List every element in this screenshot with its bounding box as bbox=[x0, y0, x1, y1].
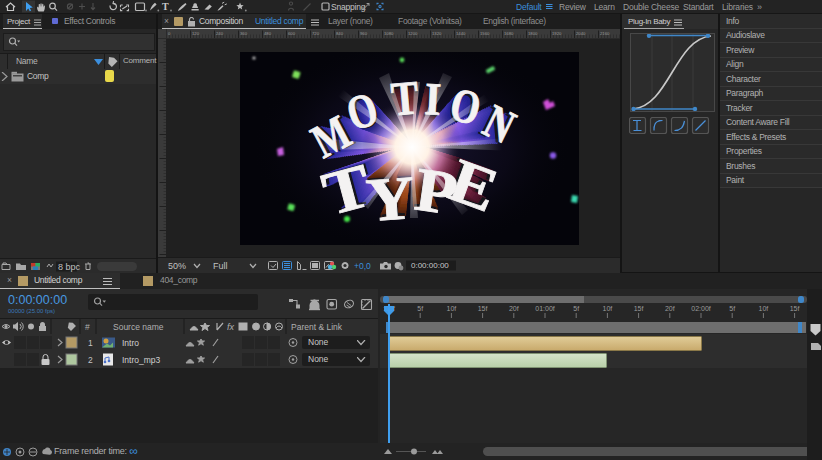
svg-text:360: 360 bbox=[240, 31, 248, 36]
svg-text:15f: 15f bbox=[634, 305, 644, 312]
svg-text:840: 840 bbox=[336, 31, 344, 36]
svg-text:+0,0: +0,0 bbox=[354, 261, 371, 271]
svg-text:fx: fx bbox=[227, 322, 235, 332]
svg-text:Full: Full bbox=[213, 261, 228, 271]
svg-text:5f: 5f bbox=[573, 305, 579, 312]
svg-text:10f: 10f bbox=[603, 305, 613, 312]
svg-text:Review: Review bbox=[559, 2, 587, 12]
svg-text:»: » bbox=[757, 2, 762, 12]
svg-text:1920: 1920 bbox=[552, 31, 562, 36]
svg-text:Double Cheese: Double Cheese bbox=[623, 2, 679, 12]
svg-text:Default: Default bbox=[516, 2, 542, 12]
svg-text:20f: 20f bbox=[509, 305, 519, 312]
svg-text:1440: 1440 bbox=[456, 31, 466, 36]
svg-text:02:00f: 02:00f bbox=[691, 305, 711, 312]
svg-text:Libraries: Libraries bbox=[722, 2, 753, 12]
svg-text:50%: 50% bbox=[168, 261, 186, 271]
svg-text:Y: Y bbox=[364, 163, 417, 234]
svg-text:I: I bbox=[423, 73, 442, 124]
svg-text:600: 600 bbox=[288, 31, 296, 36]
svg-text:1080: 1080 bbox=[384, 31, 394, 36]
svg-text:#: # bbox=[85, 322, 90, 332]
svg-text:Source name: Source name bbox=[113, 322, 164, 332]
svg-text:2: 2 bbox=[88, 355, 93, 365]
svg-text:1680: 1680 bbox=[504, 31, 514, 36]
svg-text:1800: 1800 bbox=[528, 31, 538, 36]
svg-text:Intro: Intro bbox=[122, 338, 139, 348]
svg-text:480: 480 bbox=[264, 31, 272, 36]
svg-text:720: 720 bbox=[312, 31, 320, 36]
svg-text:2040: 2040 bbox=[576, 31, 586, 36]
svg-text:1320: 1320 bbox=[432, 31, 442, 36]
svg-text:Intro_mp3: Intro_mp3 bbox=[122, 355, 161, 365]
svg-text:T: T bbox=[162, 1, 169, 12]
svg-text:Standart: Standart bbox=[683, 2, 714, 12]
svg-text:1560: 1560 bbox=[480, 31, 490, 36]
svg-text:Learn: Learn bbox=[594, 2, 615, 12]
svg-text:Parent & Link: Parent & Link bbox=[291, 322, 343, 332]
svg-text:1: 1 bbox=[88, 338, 93, 348]
svg-text:5f: 5f bbox=[417, 305, 423, 312]
svg-text:8 bpc: 8 bpc bbox=[58, 262, 81, 272]
svg-text:1200: 1200 bbox=[408, 31, 418, 36]
svg-text:20f: 20f bbox=[665, 305, 675, 312]
svg-text:120: 120 bbox=[192, 31, 200, 36]
svg-text:10f: 10f bbox=[759, 305, 769, 312]
svg-text:2160: 2160 bbox=[600, 31, 610, 36]
svg-text:15f: 15f bbox=[478, 305, 488, 312]
svg-text:Snapping: Snapping bbox=[331, 2, 366, 12]
svg-text:0:00:00:00: 0:00:00:00 bbox=[411, 261, 449, 270]
svg-text:5f: 5f bbox=[729, 305, 735, 312]
svg-text:10f: 10f bbox=[447, 305, 457, 312]
svg-text:01:00f: 01:00f bbox=[535, 305, 555, 312]
svg-text:240: 240 bbox=[216, 31, 224, 36]
svg-text:15f: 15f bbox=[790, 305, 800, 312]
svg-text:960: 960 bbox=[360, 31, 368, 36]
svg-text:T: T bbox=[389, 70, 421, 126]
